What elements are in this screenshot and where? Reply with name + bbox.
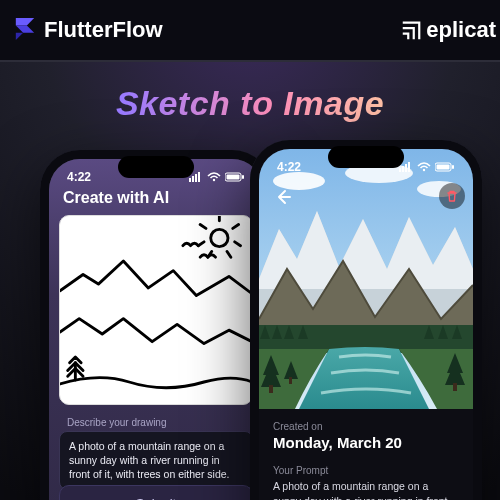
your-prompt-section: Your Prompt A photo of a mountain range … [259, 461, 473, 500]
phone-result: 4:22 [250, 140, 482, 500]
svg-rect-11 [405, 164, 407, 172]
flutterflow-logo-text: FlutterFlow [44, 17, 163, 43]
svg-rect-15 [437, 165, 450, 170]
created-on-section: Created on Monday, March 20 [259, 411, 473, 451]
phone-sketch-screen: 4:22 Create with AI [49, 159, 263, 500]
your-prompt-label: Your Prompt [273, 465, 459, 476]
headline: Sketch to Image [0, 84, 500, 123]
replicate-brand: eplicat [400, 17, 496, 43]
created-on-label: Created on [273, 421, 459, 432]
svg-point-8 [211, 229, 228, 246]
wifi-icon [417, 162, 431, 172]
svg-point-4 [213, 179, 215, 181]
screen-title: Create with AI [63, 189, 169, 207]
svg-point-13 [423, 169, 425, 171]
dynamic-island [328, 146, 404, 168]
flutterflow-logo-icon [14, 16, 36, 44]
wifi-icon [207, 172, 221, 182]
dynamic-island [118, 156, 194, 178]
svg-rect-9 [399, 168, 401, 172]
svg-rect-12 [408, 162, 410, 172]
status-icons [399, 162, 455, 172]
svg-rect-0 [189, 178, 191, 182]
svg-rect-16 [452, 165, 454, 169]
status-time: 4:22 [67, 170, 91, 184]
back-button[interactable] [271, 185, 295, 209]
arrow-left-icon [274, 188, 292, 206]
phones-container: 4:22 Create with AI [0, 150, 500, 500]
status-time: 4:22 [277, 160, 301, 174]
delete-button[interactable] [439, 183, 465, 209]
prompt-label: Describe your drawing [67, 417, 253, 428]
sketch-canvas[interactable] [59, 215, 253, 405]
your-prompt-value: A photo of a mountain range on a sunny d… [273, 479, 459, 500]
svg-rect-2 [195, 174, 197, 182]
status-icons [189, 172, 245, 182]
phone-result-screen: 4:22 [259, 149, 473, 500]
phone-sketch: 4:22 Create with AI [40, 150, 272, 500]
svg-rect-10 [402, 166, 404, 172]
svg-rect-6 [227, 175, 240, 180]
svg-rect-7 [242, 175, 244, 179]
trash-icon [445, 189, 459, 203]
prompt-section: Describe your drawing A photo of a mount… [59, 417, 253, 490]
top-bar: FlutterFlow eplicat [0, 0, 500, 62]
hero-section: Sketch to Image 4:22 Create with AI [0, 62, 500, 500]
prompt-input[interactable]: A photo of a mountain range on a sunny d… [59, 431, 253, 490]
replicate-logo-text: eplicat [426, 17, 496, 43]
svg-rect-3 [198, 172, 200, 182]
battery-icon [435, 162, 455, 172]
svg-rect-23 [453, 383, 457, 391]
svg-rect-1 [192, 176, 194, 182]
svg-rect-22 [269, 385, 273, 393]
replicate-logo-icon [400, 19, 422, 41]
battery-icon [225, 172, 245, 182]
created-on-value: Monday, March 20 [273, 434, 459, 451]
sketch-drawing [60, 216, 252, 404]
flutterflow-brand: FlutterFlow [14, 16, 163, 44]
svg-rect-24 [289, 377, 292, 384]
submit-button[interactable]: Submit [59, 485, 253, 500]
